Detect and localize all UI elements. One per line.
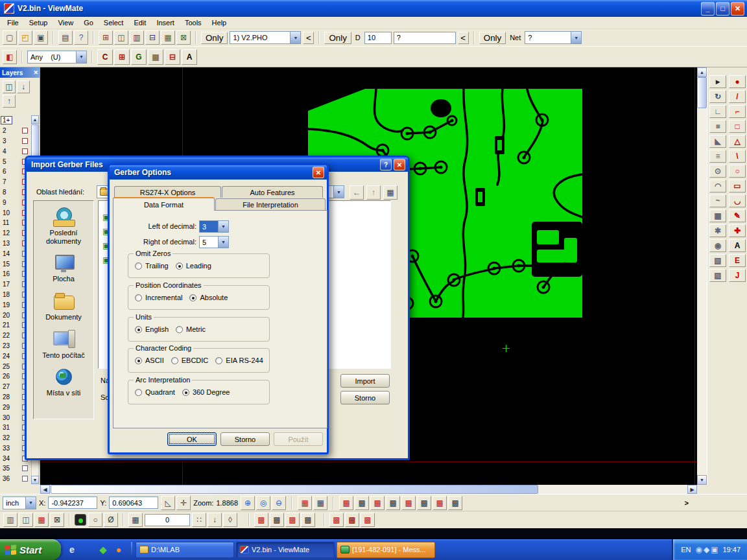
start-button[interactable]: Start	[0, 539, 61, 560]
highlight-c-button[interactable]: C	[97, 49, 113, 65]
chevron-down-icon[interactable]	[76, 51, 86, 63]
selection-filter-combo[interactable]: Any (U)	[27, 51, 87, 64]
pencil-tool-icon[interactable]: ✎	[729, 209, 746, 222]
apply-button[interactable]: Použít	[274, 432, 323, 446]
drop-marker-icon[interactable]: ↓	[208, 513, 222, 527]
taskbar-task-button[interactable]: D:\MLAB	[136, 542, 234, 558]
draw-status-light-icon[interactable]	[75, 514, 86, 526]
film-red-icon[interactable]: ▦	[34, 513, 49, 527]
block-tool-icon[interactable]: ▨	[709, 269, 726, 282]
pad-style-icon-6[interactable]: ▩	[345, 513, 359, 527]
net-list-icon[interactable]: ⊟	[145, 30, 160, 45]
up-folder-icon[interactable]: ↑	[366, 185, 381, 200]
import-button[interactable]: Import	[340, 374, 390, 388]
target-tool-icon[interactable]: ⊙	[709, 165, 726, 178]
network-status-icon[interactable]: ▣	[711, 545, 718, 554]
vertical-scrollbar[interactable]	[697, 67, 707, 485]
radio-option[interactable]: Trailing	[135, 262, 169, 270]
line-tool-icon[interactable]: /	[729, 90, 746, 103]
menu-item[interactable]: Insert	[151, 18, 180, 28]
only-net-toggle[interactable]: Only	[479, 32, 506, 44]
views-icon[interactable]: ▦	[383, 185, 397, 200]
hatch-tool-icon[interactable]: ≡	[709, 150, 726, 163]
chevron-down-icon[interactable]	[333, 186, 344, 198]
step-value-field[interactable]: 0	[145, 514, 190, 526]
overlay-pattern-icon-3[interactable]: ▩	[370, 496, 385, 510]
rotate-tool-icon[interactable]: ↻	[709, 90, 726, 103]
only-layer-toggle[interactable]: Only	[201, 32, 228, 44]
radio-option[interactable]: ASCII	[135, 356, 164, 364]
text-draw-tool-icon[interactable]: A	[729, 239, 746, 252]
grid-lines-icon[interactable]: ▦	[313, 496, 327, 510]
polyline-tool-icon[interactable]: ⌐	[729, 105, 746, 118]
layer-row[interactable]: 3	[1, 136, 30, 146]
pad-flash-icon[interactable]: Ø	[104, 513, 118, 527]
scroll-down-icon[interactable]	[697, 475, 707, 485]
scrollbar-thumb[interactable]	[697, 77, 707, 108]
cancel-button[interactable]: Storno	[220, 432, 270, 446]
film-box2-icon[interactable]: ◫	[19, 513, 33, 527]
grid-toggle-button[interactable]: ▦	[148, 49, 163, 65]
scroll-more-icon[interactable]: >	[685, 499, 689, 507]
circle-tool-icon[interactable]: ○	[729, 165, 746, 178]
zoom-window-icon[interactable]: ◎	[256, 496, 270, 510]
edit-tool-icon[interactable]: E	[729, 254, 746, 267]
scroll-up-icon[interactable]	[31, 115, 39, 124]
highlight-h-button[interactable]: ⊟	[165, 49, 180, 65]
radio-option[interactable]: 360 Degree	[182, 388, 230, 396]
diagonal-tool-icon[interactable]: \	[729, 150, 746, 163]
only-dcode-toggle[interactable]: Only	[324, 32, 351, 44]
tab-data-format[interactable]: Data Format	[113, 197, 215, 211]
language-bar-icon[interactable]: ◉	[695, 545, 702, 554]
y-coordinate-field[interactable]: 0.690643	[109, 496, 158, 509]
pad-style-icon-5[interactable]: ▩	[329, 513, 344, 527]
window-titlebar[interactable]: V2.bin - ViewMate _ □ ✕	[0, 0, 747, 17]
layer-color-swatch[interactable]	[22, 476, 28, 482]
radio-option[interactable]: EIA RS-244	[215, 356, 263, 364]
places-bar-item[interactable]: Tento počítač	[35, 330, 92, 360]
scroll-right-icon[interactable]	[687, 485, 697, 494]
arc-down-tool-icon[interactable]: ◡	[729, 194, 746, 207]
layer-row[interactable]: 1+	[1, 115, 30, 126]
chevron-down-icon[interactable]	[290, 32, 300, 43]
measure-icon[interactable]: ◺	[161, 496, 175, 510]
arc-up-tool-icon[interactable]: ◠	[709, 180, 726, 192]
close-icon[interactable]: ✕	[33, 69, 38, 76]
menu-item[interactable]: Go	[78, 18, 99, 28]
fill-tool-icon[interactable]: ■	[709, 120, 726, 133]
wave-tool-icon[interactable]: ~	[709, 194, 726, 207]
grid-dots-icon[interactable]: ▦	[298, 496, 312, 510]
film-box-icon[interactable]: ▥	[3, 513, 18, 527]
ring-tool-icon[interactable]: ◉	[709, 239, 726, 252]
pad-style-icon-2[interactable]: ▩	[270, 513, 284, 527]
close-button[interactable]: ✕	[313, 167, 324, 178]
folder-quicklaunch-icon[interactable]	[82, 544, 93, 555]
units-combo[interactable]: inch	[3, 496, 36, 509]
chevron-down-icon[interactable]	[571, 32, 581, 43]
tab-auto-features[interactable]: Auto Features	[222, 186, 323, 198]
overlay-pattern-icon-4[interactable]: ▩	[386, 496, 400, 510]
ie-quicklaunch-icon[interactable]: e	[66, 544, 78, 555]
mirror-tool-icon[interactable]: ◣	[709, 135, 726, 148]
layer-row[interactable]: 36	[1, 474, 30, 484]
language-indicator[interactable]: EN	[681, 546, 691, 554]
context-help-icon[interactable]: ?	[74, 30, 88, 45]
save-file-icon[interactable]: ▣	[34, 30, 48, 45]
dialog-titlebar[interactable]: Gerber Options ✕	[110, 165, 327, 180]
move-layer-up-button[interactable]: ↑	[3, 95, 16, 108]
layer-color-swatch[interactable]	[22, 128, 28, 134]
layer-table-button[interactable]: ◫	[3, 80, 16, 93]
menu-item[interactable]: Tools	[180, 18, 207, 28]
net-filter-combo[interactable]: ?	[525, 31, 582, 44]
pad-style-icon-1[interactable]: ▩	[254, 513, 268, 527]
places-bar-item[interactable]: Místa v síti	[35, 368, 92, 397]
lasso-icon[interactable]: ○	[88, 513, 102, 527]
radio-option[interactable]: EBCDIC	[171, 356, 209, 364]
pad-tool-icon[interactable]: ●	[729, 75, 746, 88]
back-icon[interactable]: ←	[350, 185, 364, 200]
radio-option[interactable]: Leading	[176, 262, 211, 270]
help-button[interactable]: ?	[380, 159, 392, 170]
radio-option[interactable]: Incremental	[135, 294, 182, 301]
right-of-decimal-combo[interactable]: 5	[199, 236, 229, 248]
chevron-down-icon[interactable]	[25, 497, 36, 509]
